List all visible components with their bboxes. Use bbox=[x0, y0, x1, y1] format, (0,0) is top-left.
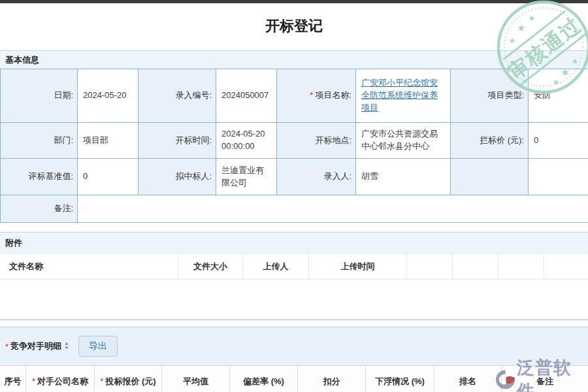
entry-person-label: 录入人: bbox=[277, 159, 356, 195]
section-competitors: * 竞争对手明细 ▲ ▼ 导出 bbox=[0, 327, 588, 365]
attach-col-file-name: 文件名称 bbox=[0, 253, 178, 279]
project-name-link[interactable]: 广安邓小平纪念馆安全防范系统维护保养项目 bbox=[361, 77, 445, 114]
section-competitors-title: 竞争对手明细 bbox=[10, 340, 61, 352]
block-price-value: 0 bbox=[529, 123, 588, 159]
dept-label: 部门: bbox=[1, 123, 78, 159]
section-attachments: 附件 bbox=[0, 232, 588, 253]
top-window-bar bbox=[0, 0, 588, 3]
comp-col-company: *对手公司名称 bbox=[26, 366, 95, 392]
attachments-table-body-empty bbox=[0, 280, 588, 320]
dept-value: 项目部 bbox=[78, 123, 139, 159]
attach-col-empty-3 bbox=[498, 253, 544, 279]
remark-label: 备注: bbox=[1, 195, 78, 223]
page-title: 开标登记 bbox=[0, 16, 588, 37]
sort-toggle-icon[interactable]: ▲ ▼ bbox=[64, 342, 69, 351]
comp-col-downfloat: 下浮情况 (%) bbox=[366, 366, 434, 392]
open-place-label: 开标地点: bbox=[277, 123, 356, 159]
block-price-label: 拦标价 (元): bbox=[451, 123, 529, 159]
project-type-value: 安防 bbox=[529, 69, 588, 123]
attach-col-uploader: 上传人 bbox=[243, 253, 309, 279]
empty-value-cell bbox=[529, 159, 588, 195]
export-button[interactable]: 导出 bbox=[78, 336, 118, 357]
section-basic-info: 基本信息 bbox=[0, 50, 588, 69]
attach-col-empty-2 bbox=[453, 253, 498, 279]
comp-col-remark: 备注 bbox=[502, 366, 588, 392]
section-basic-info-title: 基本信息 bbox=[5, 54, 39, 66]
empty-label-cell bbox=[451, 159, 529, 195]
comp-col-bid-price: *投标报价 (元) bbox=[95, 366, 162, 392]
eval-base-label: 评标基准值: bbox=[1, 159, 78, 195]
date-label: 日期: bbox=[1, 69, 78, 123]
entry-no-value: 2024050007 bbox=[216, 69, 277, 123]
required-asterisk: * bbox=[310, 90, 313, 102]
basic-info-form: 日期: 2024-05-20 录入编号: 2024050007 * 项目名称: … bbox=[0, 69, 588, 223]
open-time-value: 2024-05-20 00:00:00 bbox=[216, 123, 277, 159]
attach-col-file-size: 文件大小 bbox=[178, 253, 243, 279]
comp-col-average: 平均值 bbox=[162, 366, 230, 392]
project-name-label: * 项目名称: bbox=[277, 69, 356, 123]
required-asterisk: * bbox=[100, 376, 103, 386]
open-place-value: 广安市公共资源交易中心邻水县分中心 bbox=[356, 123, 451, 159]
star-icon: ★ bbox=[509, 36, 516, 45]
attachments-table-header: 文件名称 文件大小 上传人 上传时间 bbox=[0, 253, 588, 280]
required-asterisk: * bbox=[5, 342, 8, 351]
comp-col-rank: 排名 bbox=[434, 366, 502, 392]
competitors-table-header: 序号 *对手公司名称 *投标报价 (元) 平均值 偏差率 (%) 扣分 下浮情况… bbox=[0, 365, 588, 392]
proposed-winner-label: 拟中标人: bbox=[139, 159, 216, 195]
proposed-winner-value: 兰迪置业有限公司 bbox=[216, 159, 277, 195]
comp-col-deviation: 偏差率 (%) bbox=[230, 366, 298, 392]
project-type-label: 项目类型: bbox=[451, 69, 529, 123]
entry-no-label: 录入编号: bbox=[139, 69, 216, 123]
open-time-label: 开标时间: bbox=[139, 123, 216, 159]
date-value: 2024-05-20 bbox=[78, 69, 139, 123]
entry-person-value: 胡雪 bbox=[356, 159, 451, 195]
required-asterisk: * bbox=[32, 376, 35, 386]
comp-col-deduction: 扣分 bbox=[298, 366, 366, 392]
project-name-value: 广安邓小平纪念馆安全防范系统维护保养项目 bbox=[356, 69, 451, 123]
attach-col-empty-4 bbox=[544, 253, 588, 279]
remark-value bbox=[78, 195, 588, 223]
eval-base-value: 0 bbox=[78, 159, 139, 195]
attach-col-upload-time: 上传时间 bbox=[309, 253, 407, 279]
comp-col-seq: 序号 bbox=[0, 366, 26, 392]
sort-desc-icon: ▼ bbox=[64, 346, 69, 351]
attach-col-empty-1 bbox=[407, 253, 453, 279]
section-attachments-title: 附件 bbox=[5, 237, 22, 249]
